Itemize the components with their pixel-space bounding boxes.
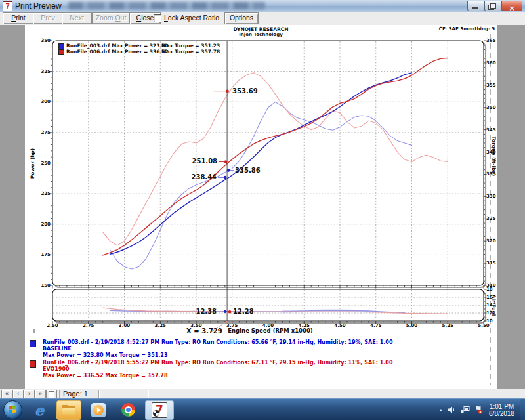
legend-swatch-blue xyxy=(58,43,64,49)
torque-tick-label: 340 xyxy=(486,150,496,155)
preview-statusbar: « ‹ › » Page: 1 xyxy=(0,388,525,399)
torque-tick-label: 320 xyxy=(486,238,496,243)
rpm-tick-label: 3.25 xyxy=(152,323,168,328)
lock-aspect-checkbox[interactable] xyxy=(154,14,161,22)
rpm-tick-label: 3.75 xyxy=(224,323,240,328)
zoom-out-button[interactable]: Zoom Out xyxy=(92,12,130,24)
cursor-value-power-blue: 238.44 xyxy=(189,173,217,180)
run2-info-line: RunFile_006.drf - 2/19/2018 5:55:22 PM R… xyxy=(43,360,393,366)
torque-tick-label: 315 xyxy=(486,261,496,266)
folder-icon xyxy=(62,405,75,415)
correction-smoothing-label: CF: SAE Smoothing: 5 xyxy=(439,26,495,32)
start-button[interactable] xyxy=(3,400,22,419)
power-tick-label: 300 xyxy=(35,99,51,104)
taskbar-windows-explorer[interactable] xyxy=(56,400,81,420)
window-titlebar[interactable]: 7 Print Preview × xyxy=(0,0,525,12)
torque-tick-label: 335 xyxy=(486,171,496,177)
power-axis-title: Power (hp) xyxy=(30,148,35,179)
rpm-tick-label: 4.75 xyxy=(368,323,384,328)
taskbar-winpep[interactable]: 7 xyxy=(145,400,174,420)
network-icon[interactable] xyxy=(461,406,470,413)
cursor-value-torque-red: 353.69 xyxy=(232,87,258,94)
cursor-rpm-label: X = 3.729 xyxy=(186,327,222,335)
tray-expand-icon[interactable]: ▲ xyxy=(438,408,443,412)
internet-explorer-icon: e xyxy=(35,403,44,417)
info-swatch-blue xyxy=(30,340,36,347)
power-tick-label: 275 xyxy=(35,130,51,135)
af-tick-label: 16 xyxy=(486,295,493,300)
info-swatch-red xyxy=(30,360,36,368)
torque-tick-label: 360 xyxy=(486,60,496,66)
options-button[interactable]: Options xyxy=(224,12,259,24)
torque-tick-label: 345 xyxy=(486,127,496,133)
page-icon xyxy=(49,391,54,398)
clock-time: 1:01 PM xyxy=(489,403,514,410)
rpm-tick-label: 4.25 xyxy=(296,323,312,328)
page-indicator: Page: 1 xyxy=(63,390,88,398)
rpm-tick-label: 5.00 xyxy=(404,323,420,328)
page-select-button[interactable] xyxy=(46,390,57,399)
windows-taskbar: e 7 ▲ × 1:01 PM 6/8/2018 xyxy=(0,398,525,420)
power-tick-label: 250 xyxy=(35,161,51,166)
run1-max-values: Max Power = 323.80 Max Torque = 351.23 xyxy=(43,352,168,358)
cursor-value-power-red: 251.08 xyxy=(190,158,217,165)
svg-text:×: × xyxy=(478,410,482,414)
power-tick-label: 350 xyxy=(35,38,51,43)
minimize-icon xyxy=(472,7,478,9)
rpm-tick-label: 3.00 xyxy=(117,323,133,328)
app-icon: 7 xyxy=(3,1,12,11)
legend-run2-torque: Max Torque = 357.78 xyxy=(161,49,220,54)
torque-tick-label: 330 xyxy=(486,194,496,199)
legend-swatch-red xyxy=(58,49,64,55)
chart-subheader: Injen Technology xyxy=(25,32,497,37)
first-page-button[interactable]: « xyxy=(1,390,12,399)
x-axis-title: Engine Speed (RPM x1000) xyxy=(218,327,323,334)
taskbar-internet-explorer[interactable]: e xyxy=(27,400,52,420)
next-page-nav-button[interactable]: › xyxy=(24,390,35,399)
power-tick-label: 325 xyxy=(35,69,51,74)
rpm-tick-label: 4.00 xyxy=(261,323,276,328)
rpm-tick-label: 5.25 xyxy=(440,323,455,328)
run2-max-values: Max Power = 336.52 Max Torque = 357.78 xyxy=(43,373,168,379)
prev-page-nav-button[interactable]: ‹ xyxy=(12,390,24,399)
action-center-flag-icon[interactable]: × xyxy=(474,406,483,414)
power-tick-label: 150 xyxy=(35,283,51,288)
chart-header: DYNOJET RESEARCH xyxy=(25,26,497,32)
torque-tick-label: 365 xyxy=(486,38,496,43)
speaker-icon[interactable] xyxy=(448,406,456,413)
winpep-icon: 7 xyxy=(152,402,167,418)
close-window-button[interactable]: × xyxy=(501,1,522,11)
torque-tick-label: 350 xyxy=(486,105,496,110)
rpm-tick-label: 3.50 xyxy=(188,323,204,328)
run1-info-line: RunFile_003.drf - 2/19/2018 4:52:27 PM R… xyxy=(43,339,393,345)
chrome-icon xyxy=(121,403,135,417)
maximize-button[interactable] xyxy=(484,1,502,11)
power-tick-label: 200 xyxy=(35,222,51,227)
legend-run2-power: RunFile_006.drf Max Power = 336.52 xyxy=(66,49,169,54)
taskbar-media-player[interactable] xyxy=(86,400,111,420)
show-desktop-button[interactable] xyxy=(520,399,525,420)
taskbar-clock[interactable]: 1:01 PM 6/8/2018 xyxy=(489,403,514,417)
print-button[interactable]: Print xyxy=(3,12,34,24)
rpm-tick-label: 4.50 xyxy=(332,323,348,328)
last-page-button[interactable]: » xyxy=(35,390,46,399)
cursor-value-af-blue: 12.38 xyxy=(189,308,217,315)
media-player-icon xyxy=(91,403,106,417)
legend-run1-power: RunFile_003.drf Max Power = 323.80 xyxy=(66,43,169,49)
rpm-tick-label: 2.75 xyxy=(81,323,96,328)
cursor-value-torque-blue: 335.86 xyxy=(235,167,261,174)
af-tick-label: 14 xyxy=(486,303,493,308)
print-preview-toolbar: Print Prev Next Zoom Out Close Lock Aspe… xyxy=(0,12,525,26)
minimize-button[interactable] xyxy=(467,1,485,11)
af-tick-label: 18 xyxy=(486,287,493,292)
torque-tick-label: 355 xyxy=(486,83,496,88)
next-page-button[interactable]: Next xyxy=(62,12,92,24)
torque-tick-label: 325 xyxy=(486,216,496,221)
prev-page-button[interactable]: Prev xyxy=(33,12,63,24)
clock-date: 6/8/2018 xyxy=(489,410,514,417)
window-title: Print Preview xyxy=(15,1,62,10)
taskbar-chrome[interactable] xyxy=(116,400,140,420)
power-tick-label: 225 xyxy=(35,191,51,196)
system-tray: ▲ × xyxy=(438,406,483,414)
run2-name: EVO1900 xyxy=(43,366,70,372)
